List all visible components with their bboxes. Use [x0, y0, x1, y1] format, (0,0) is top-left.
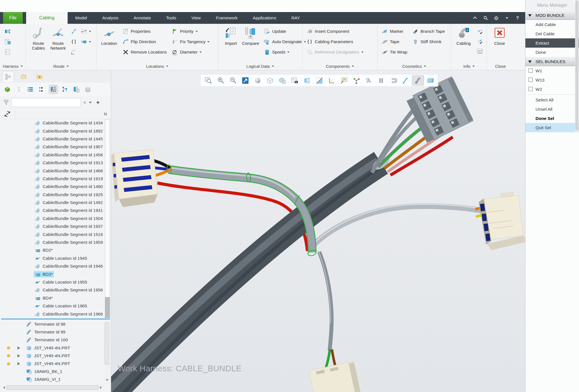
tree-row[interactable]: Terminator id 100 — [0, 336, 111, 344]
tree-row[interactable]: Cable/Bundle Segment id 1445 — [0, 135, 111, 143]
diameter-button[interactable]: Diameter — [170, 47, 211, 57]
drag-handle[interactable] — [14, 85, 23, 94]
menu-scrollbar[interactable] — [575, 0, 579, 133]
menu-item[interactable]: Done Sel — [525, 114, 579, 123]
checkbox[interactable] — [529, 78, 533, 82]
cable-centerline-display-button[interactable] — [400, 75, 412, 85]
group-label-logical-data[interactable]: Logical Data — [218, 63, 302, 69]
collapse-all-button[interactable] — [37, 85, 46, 94]
menu-item[interactable]: Extract — [525, 38, 579, 48]
marker-button[interactable]: Marker — [380, 26, 409, 36]
menu-item[interactable]: W2 — [525, 85, 579, 94]
menu-item[interactable]: SEL BUNDLES — [525, 57, 579, 66]
tree-row[interactable]: BD2* — [0, 246, 111, 254]
menu-item[interactable]: Add Cable — [525, 20, 579, 29]
pause-button[interactable] — [375, 75, 387, 85]
annotation-display-button[interactable] — [338, 75, 350, 85]
route-cables-button[interactable]: Route Cables — [29, 26, 48, 50]
tree-row[interactable]: Cable/Bundle Segment id 1907 — [0, 143, 111, 151]
layers-button[interactable] — [83, 85, 92, 94]
more-dropdown-icon[interactable] — [504, 15, 509, 20]
filter-options-caret[interactable] — [89, 102, 92, 105]
help-icon[interactable] — [515, 15, 520, 20]
tree-filters-button[interactable] — [60, 85, 69, 94]
tree-row[interactable]: Terminator id 99 — [0, 328, 111, 336]
datum-display-button[interactable] — [326, 75, 337, 85]
refresh-tree-icon[interactable] — [4, 111, 11, 117]
ribbon-tab[interactable]: View — [184, 12, 208, 24]
tree-row[interactable]: Cable Location id 1945 — [0, 254, 111, 262]
clear-filter-icon[interactable]: × — [83, 99, 86, 106]
group-label-harness[interactable]: Harness — [0, 63, 26, 69]
tree-row[interactable]: Cable Location id 1955 — [0, 278, 111, 286]
tree-row[interactable]: Cable/Bundle Segment id 1892 — [0, 127, 111, 135]
ribbon-tab[interactable]: RAY — [284, 12, 308, 24]
scrollbar-thumb[interactable] — [7, 385, 98, 390]
lower-tree-scrollbar[interactable] — [104, 321, 110, 384]
orientation-button[interactable] — [363, 75, 374, 85]
location-button[interactable]: Location — [99, 26, 119, 46]
reference-designators-button[interactable]: Reference Designators — [305, 47, 365, 57]
tree-column-settings-button[interactable] — [72, 85, 81, 94]
capped-clip-button[interactable] — [387, 75, 399, 85]
expand-arrow-icon[interactable] — [17, 346, 22, 350]
tree-row[interactable]: JST_VHR-4N.PRT — [0, 352, 111, 360]
spools-button[interactable]: Spools — [263, 47, 307, 57]
ribbon-tab[interactable]: Analysis — [95, 12, 126, 24]
scroll-right-button[interactable] — [99, 385, 104, 390]
tree-row[interactable]: BD4* — [0, 294, 111, 302]
verify-segments-button[interactable] — [475, 36, 484, 46]
auto-designate-button[interactable]: Auto Designate — [263, 36, 307, 47]
flip-direction-button[interactable]: Flip Direction — [121, 36, 168, 47]
menu-item[interactable]: MOD BUNDLE — [525, 11, 579, 20]
display-style-button[interactable] — [264, 75, 276, 85]
zoom-in-button[interactable] — [215, 75, 226, 85]
tree-row[interactable]: Cable/Bundle Segment id 1956 — [0, 286, 111, 294]
3d-viewport[interactable]: Work Harness: CABLE_BUNDLE — [111, 70, 525, 392]
tree-row[interactable]: 18AWG_VI_1 — [0, 375, 111, 383]
group-label-cosmetics[interactable]: Cosmetics — [378, 63, 451, 69]
cabling-info-button[interactable]: Cabling — [454, 26, 473, 46]
saved-views-button[interactable] — [276, 75, 288, 85]
connector-designator-button[interactable] — [424, 75, 436, 85]
checkbox[interactable] — [529, 87, 533, 91]
tree-row[interactable]: JST_VHR-4N.PRT — [0, 344, 111, 352]
zoom-out-button[interactable] — [227, 75, 239, 85]
refit-button[interactable] — [239, 75, 251, 85]
shading-mode-button[interactable] — [252, 75, 263, 85]
ribbon-tab[interactable]: Applications — [245, 12, 284, 24]
menu-item[interactable]: W13 — [525, 75, 579, 85]
window-arrange-icon[interactable] — [494, 15, 499, 20]
menu-item[interactable]: Unsel All — [525, 105, 579, 114]
tree-row[interactable]: JST_VHR-4N.PRT — [0, 360, 111, 368]
menu-item[interactable]: Del Cable — [525, 29, 579, 38]
tree-row[interactable]: Cable/Bundle Segment id 1966 — [0, 310, 111, 318]
tree-row[interactable]: Cable/Bundle Segment id 1925 — [0, 191, 111, 199]
group-label-locations[interactable]: Locations — [96, 63, 218, 69]
tie-wrap-button[interactable]: Tie Wrap — [380, 47, 409, 57]
perspective-button[interactable] — [301, 75, 313, 85]
cable-length-info-button[interactable] — [475, 46, 484, 56]
cable-shaded-display-button[interactable] — [412, 75, 424, 85]
harness-spread-button[interactable] — [3, 26, 12, 36]
group-label-close[interactable]: Close — [487, 63, 514, 69]
view-manager-button[interactable] — [289, 75, 300, 85]
harness-notes-button[interactable] — [3, 47, 12, 57]
tree-splitter[interactable] — [1, 319, 110, 319]
expand-all-button[interactable] — [26, 85, 35, 94]
tree-row[interactable]: Cable/Bundle Segment id 1946 — [0, 262, 111, 270]
tree-row[interactable]: Cable Location id 1965 — [0, 302, 111, 310]
tree-row[interactable]: Cable/Bundle Segment id 1456 — [0, 151, 111, 159]
tree-filter-input[interactable] — [11, 98, 81, 107]
insert-component-button[interactable]: Insert Component — [305, 26, 365, 36]
stiff-shrink-button[interactable]: Stiff Shrink — [411, 36, 446, 47]
ribbon-tab[interactable]: Tools — [158, 12, 184, 24]
scroll-down-button[interactable] — [104, 378, 110, 384]
search-icon[interactable] — [483, 15, 488, 20]
tree-row[interactable]: Cable/Bundle Segment id 1937 — [0, 222, 111, 230]
route-parameters-button[interactable] — [70, 36, 80, 47]
tree-row[interactable]: Cable/Bundle Segment id 1468 — [0, 167, 111, 175]
ribbon-tab[interactable]: Annotate — [126, 12, 158, 24]
compare-button[interactable]: Compare — [241, 26, 260, 46]
tree-row[interactable]: BD3* — [0, 270, 111, 278]
